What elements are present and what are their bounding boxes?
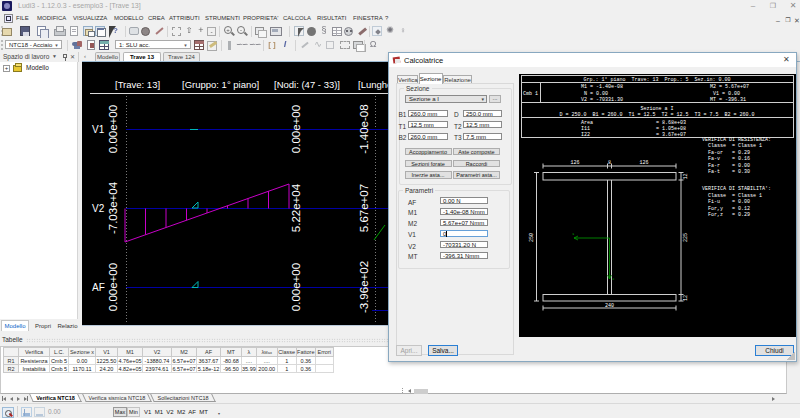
svg-text:V1 = 0.00: V1 = 0.00 (713, 91, 740, 97)
svg-text:12: 12 (683, 295, 689, 301)
svg-text:For,y = 0.12: For,y = 0.12 (708, 206, 750, 212)
svg-text:Classe = Classe 1: Classe = Classe 1 (708, 143, 762, 149)
svg-text:[Trave: 13]: [Trave: 13] (115, 79, 160, 90)
svg-text:Fa-v = 0.16: Fa-v = 0.16 (708, 156, 750, 162)
svg-text:= 3.67e+07: = 3.67e+07 (656, 132, 686, 138)
svg-text:0.00e+00: 0.00e+00 (290, 105, 302, 153)
svg-text:8: 8 (608, 160, 611, 166)
svg-text:V2 = -70331.30: V2 = -70331.30 (581, 97, 623, 103)
svg-text:0.00e+00: 0.00e+00 (290, 263, 302, 311)
svg-text:0.00e+00: 0.00e+00 (107, 105, 119, 153)
svg-text:AF: AF (92, 282, 105, 293)
svg-text:12: 12 (683, 173, 689, 179)
svg-text:VERIFICA DI RESISTENZA:: VERIFICA DI RESISTENZA: (702, 137, 771, 143)
svg-text:[Nodi: (47 - 33)]: [Nodi: (47 - 33)] (274, 79, 340, 90)
svg-text:5.67e+07: 5.67e+07 (358, 184, 370, 232)
svg-text:M2 = 5.67e+07: M2 = 5.67e+07 (710, 84, 749, 90)
svg-text:2: 2 (612, 277, 615, 281)
svg-text:N = 0.00: N = 0.00 (584, 91, 608, 97)
svg-text:Classe = Classe 1: Classe = Classe 1 (708, 193, 762, 199)
svg-text:5.22e+04: 5.22e+04 (290, 183, 302, 232)
svg-text:VERIFICA DI STABILITA':: VERIFICA DI STABILITA': (702, 186, 771, 192)
svg-text:V1: V1 (92, 124, 105, 135)
svg-text:0.00e+00: 0.00e+00 (107, 263, 119, 311)
svg-text:D = 250.0 B1 = 260.0 T1 = 12: D = 250.0 B1 = 260.0 T1 = 12.5 T2 = 12.5… (559, 112, 754, 118)
svg-text:225: 225 (683, 233, 689, 242)
svg-text:Fa-t = 0.30: Fa-t = 0.30 (708, 169, 750, 175)
svg-text:Grp.: 1° piano Trave: 13 Pro: Grp.: 1° piano Trave: 13 Prop.: 5 Sez.in… (583, 77, 730, 83)
svg-text:V2: V2 (92, 203, 105, 214)
svg-text:M1 = -1.40e-08: M1 = -1.40e-08 (581, 84, 623, 90)
svg-text:-3.96e+02: -3.96e+02 (358, 261, 370, 313)
svg-text:1: 1 (572, 232, 575, 236)
svg-text:[Gruppo: 1° piano]: [Gruppo: 1° piano] (182, 79, 259, 90)
svg-text:Fi-u = 0.00: Fi-u = 0.00 (708, 199, 750, 205)
svg-text:-7.03e+04: -7.03e+04 (107, 181, 119, 234)
svg-text:126: 126 (570, 160, 579, 166)
svg-text:Fa-r = 0.00: Fa-r = 0.00 (708, 163, 750, 169)
svg-text:I22: I22 (581, 132, 590, 138)
svg-text:Fa-or = 0.29: Fa-or = 0.29 (708, 150, 750, 156)
svg-text:MT = -396.31: MT = -396.31 (710, 97, 746, 103)
svg-text:240: 240 (605, 303, 614, 309)
svg-text:Cmb 1: Cmb 1 (523, 91, 538, 97)
svg-text:-1.40e-08: -1.40e-08 (358, 104, 370, 153)
svg-text:126: 126 (639, 160, 648, 166)
svg-text:250: 250 (529, 233, 535, 242)
svg-text:For,z = 0.29: For,z = 0.29 (708, 212, 750, 218)
